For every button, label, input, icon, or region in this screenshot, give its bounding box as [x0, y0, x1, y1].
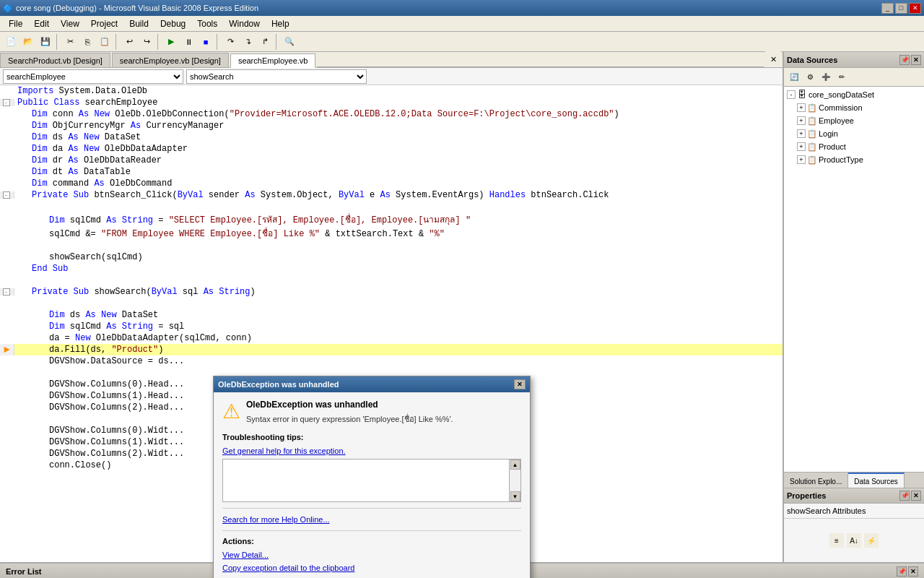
menu-project[interactable]: Project: [85, 17, 123, 30]
datasources-close-btn[interactable]: ✕: [911, 55, 921, 65]
dialog-error-title: OleDbException was unhandled: [246, 400, 453, 410]
tb-sep4: [217, 34, 219, 50]
solution-explorer-tab[interactable]: Solution Explo...: [784, 473, 848, 488]
data-sources-tab[interactable]: Data Sources: [848, 473, 905, 488]
datasources-pin-btn[interactable]: 📌: [899, 55, 910, 65]
detail-scrollbar[interactable]: ▲ ▼: [509, 460, 520, 501]
code-line-18: - Private Sub showSearch(ByVal sql As St…: [0, 286, 783, 298]
ds-edit-btn[interactable]: ✏: [834, 70, 849, 85]
menu-window[interactable]: Window: [223, 17, 266, 30]
method-dropdown[interactable]: showSearch: [186, 69, 367, 84]
table-icon-login: 📋: [807, 129, 817, 139]
tb-redo-btn[interactable]: ↪: [139, 34, 154, 50]
code-line-6: Dim da As New OleDbDataAdapter: [0, 143, 783, 155]
class-dropdown[interactable]: searchEmployee: [3, 69, 183, 84]
code-line-sp5: [0, 298, 783, 309]
code-line-12: Dim sqlCmd As String = "SELECT Employee.…: [0, 212, 783, 226]
exception-dialog: OleDbException was unhandled ✕ ⚠ OleDbEx…: [213, 376, 531, 578]
ds-add-btn[interactable]: ➕: [819, 70, 833, 85]
title-bar-text: 🔷 core song (Debugging) - Microsoft Visu…: [3, 4, 258, 13]
collapse-2[interactable]: -: [3, 99, 10, 106]
code-line-8: Dim dt As DataTable: [0, 166, 783, 178]
close-button[interactable]: ✕: [909, 3, 921, 14]
collapse-18[interactable]: -: [3, 288, 10, 296]
expand-employee[interactable]: +: [797, 116, 806, 125]
props-alpha-btn[interactable]: A↓: [847, 533, 861, 548]
error-panel-buttons: 📌 ✕: [897, 566, 918, 577]
code-line-5: Dim ds As New DataSet: [0, 131, 783, 143]
properties-panel-header: Properties 📌 ✕: [784, 488, 924, 504]
props-close-btn[interactable]: ✕: [911, 491, 921, 501]
tree-core-songdataset[interactable]: - 🗄 core_songDataSet: [785, 88, 923, 101]
tree-login[interactable]: + 📋 Login: [785, 127, 923, 140]
datasources-tree: - 🗄 core_songDataSet + 📋 Commission + 📋 …: [784, 87, 924, 472]
tb-paste-btn[interactable]: 📋: [97, 34, 113, 50]
tb-cut-btn[interactable]: ✂: [62, 34, 78, 50]
code-line-sp4: [0, 275, 783, 286]
tb-search-btn[interactable]: 🔍: [282, 34, 297, 50]
props-header-buttons: 📌 ✕: [899, 491, 921, 501]
menu-file[interactable]: File: [3, 17, 28, 30]
dialog-titlebar: OleDbException was unhandled ✕: [214, 376, 530, 392]
table-icon-employee: 📋: [807, 116, 817, 126]
code-line-20: Dim ds As New DataSet: [0, 309, 783, 321]
tb-sep5: [276, 34, 279, 50]
expand-login[interactable]: +: [797, 129, 806, 138]
menu-tools[interactable]: Tools: [191, 17, 223, 30]
tb-step-into-btn[interactable]: ↴: [240, 34, 256, 50]
search-online-link[interactable]: Search for more Help Online...: [222, 515, 330, 524]
code-line-9: Dim command As OleDbCommand: [0, 178, 783, 189]
get-help-link[interactable]: Get general help for this exception.: [222, 447, 346, 455]
tab-search-product-design[interactable]: SearchProduct.vb [Design]: [0, 53, 110, 67]
tb-start-btn[interactable]: ▶: [163, 34, 179, 50]
props-pin-btn[interactable]: 📌: [899, 491, 910, 501]
menu-edit[interactable]: Edit: [28, 17, 55, 30]
core-song-label: core_songDataSet: [808, 90, 874, 99]
tree-commission[interactable]: + 📋 Commission: [785, 101, 923, 114]
code-line-sp2: [0, 201, 783, 212]
props-cat-btn[interactable]: ≡: [829, 533, 844, 548]
expand-commission[interactable]: +: [797, 103, 806, 112]
login-label: Login: [819, 129, 838, 138]
tb-stop-btn[interactable]: ■: [198, 34, 214, 50]
tb-pause-btn[interactable]: ⏸: [180, 34, 196, 50]
tb-sep3: [157, 34, 160, 50]
dialog-close-btn[interactable]: ✕: [514, 379, 526, 389]
menu-view[interactable]: View: [55, 17, 85, 30]
expand-product[interactable]: +: [797, 142, 806, 151]
title-bar-buttons: _ □ ✕: [881, 3, 921, 14]
menu-help[interactable]: Help: [266, 17, 295, 30]
copy-exception-link[interactable]: Copy exception detail to the clipboard: [222, 564, 354, 572]
tb-new-btn[interactable]: 📄: [3, 34, 19, 50]
tb-open-btn[interactable]: 📂: [20, 34, 36, 50]
ds-config-btn[interactable]: ⚙: [803, 70, 817, 85]
tree-producttype[interactable]: + 📋 ProductType: [785, 153, 923, 166]
expand-producttype[interactable]: +: [797, 155, 806, 164]
gutter-18: -: [0, 288, 14, 296]
minimize-button[interactable]: _: [881, 3, 894, 14]
expand-core-song[interactable]: -: [787, 90, 796, 99]
tab-search-employee-code[interactable]: searchEmployee.vb: [230, 53, 316, 68]
props-event-btn[interactable]: ⚡: [864, 533, 879, 548]
tab-search-employee-design[interactable]: searchEmployee.vb [Design]: [112, 53, 229, 67]
tree-product[interactable]: + 📋 Product: [785, 140, 923, 153]
tb-step-over-btn[interactable]: ↷: [222, 34, 238, 50]
collapse-10[interactable]: -: [3, 191, 10, 199]
maximize-button[interactable]: □: [895, 3, 907, 14]
tb-copy-btn[interactable]: ⎘: [79, 34, 95, 50]
tab-close-btn[interactable]: ✕: [765, 51, 781, 67]
scrollbar-up-btn[interactable]: ▲: [510, 460, 520, 470]
ds-refresh-btn[interactable]: 🔄: [787, 70, 801, 85]
view-detail-link[interactable]: View Detail...: [222, 551, 269, 559]
table-icon-producttype: 📋: [807, 155, 817, 165]
menu-debug[interactable]: Debug: [154, 17, 191, 30]
error-close-btn[interactable]: ✕: [908, 566, 918, 577]
scrollbar-down-btn[interactable]: ▼: [510, 491, 520, 501]
tb-undo-btn[interactable]: ↩: [121, 34, 137, 50]
tb-step-out-btn[interactable]: ↱: [257, 34, 273, 50]
menu-build[interactable]: Build: [123, 17, 154, 30]
tb-save-btn[interactable]: 💾: [38, 34, 53, 50]
tree-employee[interactable]: + 📋 Employee: [785, 114, 923, 127]
table-icon-commission: 📋: [807, 103, 817, 113]
error-pin-btn[interactable]: 📌: [897, 566, 907, 577]
